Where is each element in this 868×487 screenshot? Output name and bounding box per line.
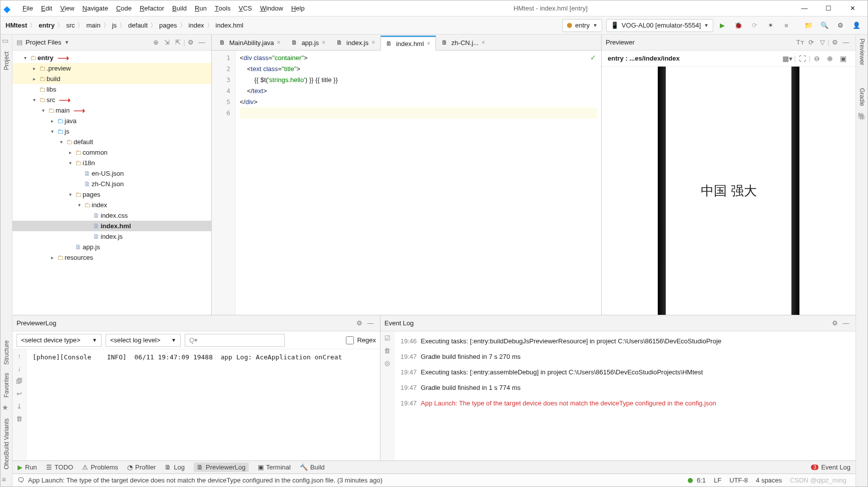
breadcrumb-item[interactable]: pages [158, 22, 178, 29]
favorites-tool-tab[interactable]: Favorites [3, 369, 10, 401]
previewer-tool-tab[interactable]: Previewer [858, 35, 865, 69]
scroll-icon[interactable]: ⤓ [17, 402, 22, 410]
editor-tab[interactable]: 🗎zh-CN.j...× [436, 35, 491, 50]
copy-icon[interactable]: 🗐 [16, 377, 23, 385]
menu-help[interactable]: Help [287, 1, 309, 16]
stop-button[interactable]: ■ [779, 19, 793, 33]
down-icon[interactable]: ↓ [18, 365, 21, 372]
profiler-tab[interactable]: ◔Profiler [127, 463, 156, 471]
caret-position[interactable]: 6:1 [693, 476, 710, 484]
tree-item[interactable]: ▸🗎index.hml [13, 221, 211, 231]
menu-run[interactable]: Run [191, 1, 211, 16]
editor-body[interactable]: 123456 <div class="container"> <text cla… [212, 51, 601, 315]
todo-tab[interactable]: ☰TODO [46, 463, 73, 471]
minimize-button[interactable]: — [792, 1, 816, 17]
zoom-out-icon[interactable]: ⊖ [810, 55, 823, 63]
chevron-icon[interactable]: ▾ [76, 202, 83, 208]
menu-code[interactable]: Code [112, 1, 136, 16]
breadcrumb-item[interactable]: main [85, 22, 101, 29]
breadcrumb-item[interactable]: default [127, 22, 149, 29]
menu-navigate[interactable]: Navigate [79, 1, 112, 16]
tree-item[interactable]: ▾🗀entry⟶ [13, 53, 211, 63]
close-icon[interactable]: × [322, 39, 325, 46]
previewer-log-tab[interactable]: 🗎PreviewerLog [194, 462, 249, 472]
tree-item[interactable]: ▸🗎index.js [13, 231, 211, 242]
event-row[interactable]: 19:47Gradle build finished in 1 s 774 ms [398, 380, 851, 395]
close-icon[interactable]: × [371, 39, 375, 46]
tree-item[interactable]: ▸🗀libs [13, 84, 211, 95]
maximize-button[interactable]: ☐ [816, 1, 840, 17]
tree-item[interactable]: ▸🗀common [13, 147, 211, 158]
event-row[interactable]: 19:47App Launch: The type of the target … [398, 395, 851, 411]
menu-build[interactable]: Build [168, 1, 191, 16]
chevron-icon[interactable]: ▾ [49, 129, 56, 134]
chevron-icon[interactable]: ▸ [67, 150, 74, 155]
trash-icon[interactable]: 🗑 [16, 415, 23, 422]
project-structure-icon[interactable]: 📁 [801, 19, 815, 33]
breadcrumb-item[interactable]: entry [38, 22, 56, 29]
event-list[interactable]: 19:46Executing tasks: [:entry:buildDebug… [394, 331, 855, 460]
menu-refactor[interactable]: Refactor [136, 1, 168, 16]
expand-icon[interactable]: ⇱ [173, 37, 184, 48]
collapse-icon[interactable]: ⇲ [162, 37, 173, 48]
chevron-icon[interactable]: ▾ [67, 160, 74, 166]
structure-tool-tab[interactable]: Structure [3, 336, 10, 369]
project-view-icon[interactable]: ▭ [2, 37, 11, 46]
log-search-input[interactable]: Q▾ [185, 334, 285, 347]
breadcrumb-item[interactable]: index [188, 22, 205, 29]
tree-item[interactable]: ▾🗀src⟶ [13, 95, 211, 105]
terminal-tab[interactable]: ▣Terminal [258, 463, 291, 471]
chevron-icon[interactable]: ▾ [40, 108, 47, 113]
trash-icon[interactable]: 🗑 [384, 347, 390, 354]
tree-item[interactable]: ▾🗀default [13, 137, 211, 147]
run-button[interactable]: ▶ [715, 19, 729, 33]
fit-icon[interactable]: ▣ [836, 55, 849, 63]
tree-item[interactable]: ▸🗎zh-CN.json [13, 179, 211, 189]
chevron-icon[interactable]: ▾ [22, 55, 29, 61]
editor-tab[interactable]: 🗎app.js× [286, 35, 331, 50]
gear-icon[interactable]: ⚙ [829, 318, 840, 329]
event-row[interactable]: 19:47Gradle build finished in 7 s 270 ms [398, 349, 851, 364]
log-level-select[interactable]: <select log level>▼ [106, 334, 181, 347]
hide-icon[interactable]: — [365, 318, 376, 329]
editor-tab[interactable]: 🗎MainAbility.java× [214, 35, 286, 50]
tree-item[interactable]: ▸🗀resources [13, 252, 211, 263]
breadcrumb-item[interactable]: js [111, 22, 118, 29]
project-panel-title[interactable]: Project Files [26, 39, 62, 46]
coverage-button[interactable]: ⟳ [747, 19, 761, 33]
zoom-in-icon[interactable]: ⊕ [823, 55, 836, 63]
log-tab[interactable]: 🗎Log [165, 463, 185, 471]
tree-item[interactable]: ▸🗀java [13, 116, 211, 126]
hide-icon[interactable]: — [840, 37, 851, 48]
device-type-select[interactable]: <select device type>▼ [17, 334, 102, 347]
gear-icon[interactable]: ⚙ [829, 37, 840, 48]
rotate-icon[interactable]: ⛶ [796, 55, 809, 63]
indent[interactable]: 4 spaces [752, 476, 786, 484]
breadcrumb-item[interactable]: HMtest [5, 22, 28, 29]
menu-view[interactable]: View [56, 1, 78, 16]
inspect-icon[interactable]: ▽ [817, 37, 828, 48]
tree-item[interactable]: ▸🗎en-US.json [13, 168, 211, 179]
close-icon[interactable]: × [277, 39, 280, 46]
encoding[interactable]: UTF-8 [725, 476, 752, 484]
profile-button[interactable]: ✶ [763, 19, 777, 33]
breadcrumb-item[interactable]: index.hml [215, 22, 245, 29]
tree-item[interactable]: ▾🗀i18n [13, 158, 211, 168]
debug-button[interactable]: 🐞 [731, 19, 745, 33]
menu-file[interactable]: File [19, 1, 37, 16]
menu-window[interactable]: Window [256, 1, 287, 16]
code-area[interactable]: <div class="container"> <text class="tit… [236, 51, 601, 315]
event-row[interactable]: 19:46Executing tasks: [:entry:buildDebug… [398, 333, 851, 349]
up-icon[interactable]: ↑ [18, 352, 21, 360]
project-tree[interactable]: ▾🗀entry⟶▸🗀.preview▸🗀build▸🗀libs▾🗀src⟶▾🗀m… [13, 51, 211, 315]
chevron-icon[interactable]: ▸ [31, 76, 38, 82]
close-icon[interactable]: × [427, 40, 430, 47]
chevron-icon[interactable]: ▾ [67, 192, 74, 197]
tree-item[interactable]: ▾🗀js [13, 126, 211, 137]
dropdown-icon[interactable]: ▼ [65, 40, 70, 45]
check-icon[interactable]: ☑ [384, 334, 390, 342]
target-icon[interactable]: ◎ [384, 359, 390, 367]
problems-tab[interactable]: ⚠Problems [82, 463, 118, 471]
regex-checkbox[interactable]: Regex [346, 336, 376, 344]
hide-icon[interactable]: — [840, 318, 851, 329]
